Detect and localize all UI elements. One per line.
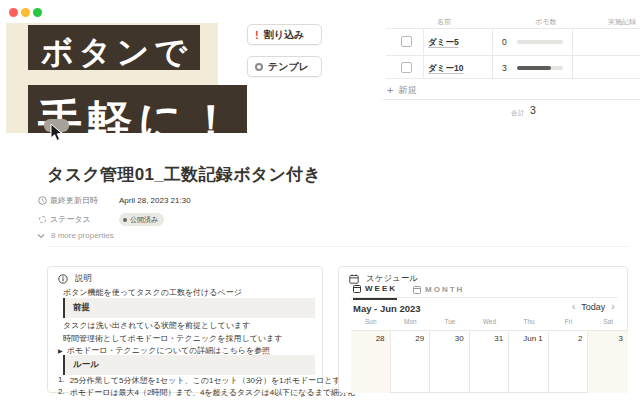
add-new-row-label: 新規: [398, 84, 416, 97]
info-icon: [58, 274, 68, 284]
divider: [572, 28, 573, 78]
interrupt-button-label: 割り込み: [264, 28, 304, 42]
table-header-row: 名前 ポモ数 実施記録: [386, 12, 640, 28]
quote-block-premise: 前提: [63, 298, 315, 318]
calendar-cell[interactable]: 3: [588, 331, 628, 393]
mouse-cursor-icon: [50, 124, 63, 142]
progress-bar: [517, 66, 563, 70]
calendar-day-header: Mon: [391, 318, 431, 325]
column-header-record[interactable]: 実施記録: [608, 17, 636, 27]
add-new-row-button[interactable]: + 新規: [387, 84, 416, 97]
description-callout: 説明 ボタン機能を使ってタスクの工数を付けるページ 前提 タスクは洗い出されてい…: [47, 266, 323, 393]
more-properties-toggle[interactable]: 8 more properties: [37, 231, 114, 240]
divider: [351, 297, 618, 298]
calendar-day-header: Wed: [470, 318, 510, 325]
template-button[interactable]: テンプレ: [247, 56, 322, 77]
description-intro: ボタン機能を使ってタスクの工数を付けるページ: [63, 287, 242, 298]
description-callout-header: 説明: [58, 273, 92, 285]
cover-headline-line1: ボタンで: [28, 25, 200, 70]
page-title[interactable]: タスク管理01_工数記録ボタン付き: [47, 163, 321, 186]
calendar-day-header-row: Sun Mon Tue Wed Thu Fri Sat: [351, 318, 628, 325]
calendar-range-label: May - Jun 2023: [353, 303, 421, 314]
row-title[interactable]: ダミー5: [428, 37, 459, 49]
today-button[interactable]: Today: [581, 302, 605, 312]
row-checkbox[interactable]: [401, 36, 412, 47]
property-row-last-edited[interactable]: 最終更新日時 April 28, 2023 21:30: [36, 195, 191, 206]
calendar-cell[interactable]: 29: [391, 331, 431, 393]
quote-block-rules: ルール: [63, 355, 315, 375]
calendar-cell[interactable]: Jun 1: [509, 331, 549, 393]
divider: [383, 99, 640, 100]
status-badge-label: 公開済み: [130, 215, 158, 225]
column-header-name[interactable]: 名前: [437, 17, 451, 27]
calendar-icon: [353, 285, 361, 293]
clock-icon: [36, 196, 48, 205]
calendar-prev-button[interactable]: ‹: [572, 301, 576, 312]
progress-bar: [517, 40, 563, 44]
numbered-list-item: 1. 25分作業して5分休憩を1セット、この1セット（30分）を1ポモドーロとす…: [58, 375, 349, 386]
plus-icon: +: [387, 85, 393, 96]
tab-week-label: WEEK: [365, 284, 397, 293]
template-button-label: テンプレ: [268, 60, 309, 74]
description-line: タスクは洗い出されている状態を前提としています: [63, 320, 250, 331]
table-footer-total-value: 3: [530, 104, 536, 116]
notion-window: ボタンで 手軽に！ ! 割り込み テンプレ 名前 ポモ数 実施記録 ダミー5: [0, 0, 640, 400]
schedule-callout: スケジュール WEEK MONTH May - Jun 2023 ‹ Today…: [338, 266, 628, 393]
table-footer-total-label[interactable]: 合計: [511, 109, 525, 118]
divider: [386, 55, 640, 56]
calendar-next-button[interactable]: ›: [611, 301, 615, 312]
list-number: 1.: [58, 375, 65, 386]
pomo-count[interactable]: 3: [502, 63, 507, 73]
property-row-status[interactable]: ステータス 公開済み: [36, 213, 164, 226]
calendar-icon: [413, 286, 421, 294]
status-badge[interactable]: 公開済み: [119, 213, 164, 226]
calendar-cell[interactable]: 30: [430, 331, 470, 393]
numbered-list-item: 2. ポモドーロは最大4（2時間）まで、4を超えるタスクは4以下になるまで細分化: [58, 387, 355, 398]
pomo-count[interactable]: 0: [502, 37, 507, 47]
column-header-count[interactable]: ポモ数: [535, 17, 556, 27]
property-label: ステータス: [50, 214, 119, 225]
divider: [492, 28, 493, 78]
calendar-icon: [349, 274, 359, 284]
status-dot-icon: [123, 218, 127, 222]
calendar-week-grid: 28 29 30 31 Jun 1 2 3: [351, 330, 628, 393]
divider: [423, 28, 424, 78]
description-callout-title: 説明: [75, 273, 92, 285]
list-text: 25分作業して5分休憩を1セット、この1セット（30分）を1ポモドーロとする: [70, 375, 349, 386]
window-minimize-button[interactable]: [21, 8, 30, 17]
property-label: 最終更新日時: [50, 195, 119, 206]
row-title[interactable]: ダミー10: [428, 63, 463, 75]
window-zoom-button[interactable]: [33, 8, 42, 17]
list-text: ポモドーロは最大4（2時間）まで、4を超えるタスクは4以下になるまで細分化: [70, 387, 355, 398]
row-checkbox[interactable]: [401, 62, 412, 73]
calendar-navigation: ‹ Today ›: [572, 301, 615, 312]
ring-icon: [255, 63, 263, 71]
list-number: 2.: [58, 387, 65, 398]
divider: [386, 28, 640, 29]
calendar-cell[interactable]: 2: [549, 331, 589, 393]
window-close-button[interactable]: [9, 8, 18, 17]
tab-month-label: MONTH: [425, 285, 464, 294]
calendar-day-header: Thu: [509, 318, 549, 325]
toggle-triangle-icon[interactable]: ▶: [58, 347, 63, 354]
interrupt-button[interactable]: ! 割り込み: [247, 24, 322, 45]
progress-bar-fill: [517, 66, 551, 70]
calendar-day-header: Sun: [351, 318, 391, 325]
calendar-cell[interactable]: 28: [351, 331, 391, 393]
calendar-day-header: Fri: [549, 318, 589, 325]
more-properties-label: 8 more properties: [51, 231, 114, 240]
divider: [386, 78, 640, 79]
calendar-day-header: Sat: [588, 318, 628, 325]
divider: [47, 246, 628, 247]
exclamation-icon: !: [255, 29, 259, 41]
calendar-cell[interactable]: 31: [470, 331, 510, 393]
description-line: 時間管理術としてポモドーロ・テクニックを採用しています: [63, 333, 282, 344]
chevron-down-icon: [37, 233, 45, 239]
calendar-day-header: Tue: [430, 318, 470, 325]
status-circle-icon: [36, 216, 48, 223]
property-value: April 28, 2023 21:30: [119, 196, 191, 205]
